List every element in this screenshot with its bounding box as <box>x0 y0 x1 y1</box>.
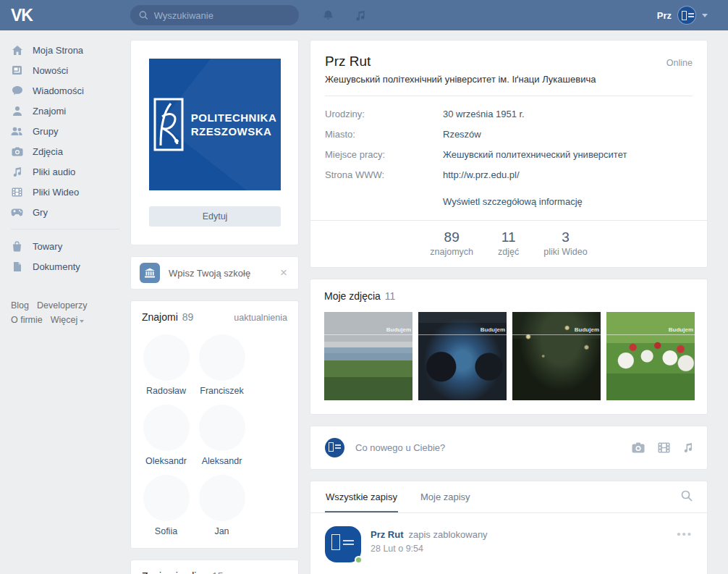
website-link[interactable]: http://w.prz.edu.pl/ <box>443 169 520 180</box>
detail-row-birthday: Urodziny: 30 września 1951 r. <box>325 109 693 119</box>
online-status: Online <box>666 58 693 68</box>
wall-post: Prz Rut zapis zablokowany 28 Lut o 9:54 … <box>310 513 707 574</box>
sidebar-item-video[interactable]: Pliki Wideo <box>11 182 119 202</box>
composer-avatar <box>325 438 344 457</box>
sidebar-item-photos[interactable]: Zdjęcia <box>11 141 119 161</box>
chevron-down-icon <box>702 14 708 17</box>
show-detailed-info-link[interactable]: Wyświetl szczegółową informację <box>443 196 583 207</box>
groups-icon <box>11 126 23 136</box>
photo-thumbnail-university-building[interactable]: Budujem <box>324 312 412 400</box>
sidebar-item-games[interactable]: Gry <box>11 202 119 222</box>
composer-input[interactable]: Co nowego u Ciebie? <box>355 442 632 453</box>
attach-video-icon[interactable] <box>658 442 670 453</box>
my-photos-title[interactable]: Moje zdjęcia <box>324 290 381 302</box>
friend-avatar <box>143 405 190 451</box>
school-building-icon <box>140 263 160 283</box>
post-options-icon[interactable]: ••• <box>677 526 693 562</box>
my-photos-card: Moje zdjęcia 11 Budujem Budujem Budujem … <box>310 279 708 415</box>
friend-item[interactable]: Oleksandr <box>142 405 190 466</box>
friends-card: Znajomi 89 uaktualnienia Radosław Franci… <box>130 300 299 549</box>
market-icon <box>11 241 23 252</box>
profile-subtitle: Жешувський політехнічний університет ім.… <box>325 74 693 85</box>
friends-updates-link[interactable]: uaktualnienia <box>234 313 287 323</box>
profile-left-column: POLITECHNIKA RZESZOWSKA Edytuj Wpisz Two… <box>130 40 299 574</box>
detail-row-city: Miasto: Rzeszów <box>325 129 693 140</box>
sidebar-item-my-page[interactable]: Moja Strona <box>11 40 119 60</box>
attach-photo-icon[interactable] <box>632 442 645 453</box>
profile-avatar-card: POLITECHNIKA RZESZOWSKA Edytuj <box>130 40 299 245</box>
tab-my-posts[interactable]: Moje zapisy <box>420 481 471 512</box>
post-author-avatar[interactable] <box>325 526 361 562</box>
global-search[interactable] <box>130 5 299 25</box>
friend-avatar <box>143 475 190 521</box>
vk-logo[interactable]: VK <box>11 6 130 25</box>
profile-name: Prz Rut <box>325 54 371 69</box>
profile-avatar[interactable]: POLITECHNIKA RZESZOWSKA <box>149 59 281 190</box>
sidebar-item-groups[interactable]: Grupy <box>11 121 119 141</box>
audio-icon <box>11 166 23 177</box>
left-sidebar: Moja Strona Nowości Wiadomości Znajomi G… <box>11 40 119 327</box>
friend-item[interactable]: Franciszek <box>198 334 246 396</box>
sidebar-item-audio[interactable]: Pliki audio <box>11 161 119 182</box>
sidebar-footer: BlogDeveloperzy O firmieWięcej <box>11 298 119 327</box>
school-input-placeholder[interactable]: Wpisz Twoją szkołę <box>169 268 278 279</box>
birthday-value[interactable]: 30 września 1951 r. <box>443 109 525 119</box>
tab-all-posts[interactable]: Wszystkie zapisy <box>325 481 398 512</box>
post-timestamp[interactable]: 28 Lut o 9:54 <box>371 544 488 554</box>
friends-online-title[interactable]: Znajomi online <box>142 570 208 574</box>
sidebar-item-friends[interactable]: Znajomi <box>11 101 119 121</box>
friend-avatar <box>199 405 245 451</box>
footer-link-developers[interactable]: Developerzy <box>37 298 87 313</box>
counter-photos[interactable]: 11 zdjęć <box>498 229 519 257</box>
my-photos-count: 11 <box>385 290 396 302</box>
friend-item[interactable]: Jan <box>198 475 246 536</box>
wall-card: Wszystkie zapisy Moje zapisy Prz Rut zap… <box>310 481 708 574</box>
notifications-bell-icon[interactable] <box>322 9 334 22</box>
music-icon[interactable] <box>355 9 366 22</box>
school-prompt-card: Wpisz Twoją szkołę × <box>130 256 299 290</box>
friend-item[interactable]: Radosław <box>142 334 190 396</box>
sidebar-item-market[interactable]: Towary <box>11 236 119 256</box>
header-user-name: Prz <box>657 10 672 21</box>
friend-item[interactable]: Sofiia <box>142 475 190 536</box>
friend-avatar <box>199 475 245 521</box>
counter-friends[interactable]: 89 znajomych <box>430 229 473 257</box>
attach-audio-icon[interactable] <box>683 442 693 453</box>
search-input[interactable] <box>154 10 290 21</box>
photos-icon <box>11 147 23 156</box>
close-icon[interactable]: × <box>278 266 289 280</box>
photo-thumbnail-night-crowd[interactable]: Budujem <box>512 312 601 400</box>
home-icon <box>11 45 23 56</box>
friends-online-count: 15 <box>212 570 224 574</box>
sidebar-item-messages[interactable]: Wiadomości <box>11 80 119 101</box>
friends-icon <box>11 106 23 117</box>
header-user-menu[interactable]: Prz <box>657 6 708 25</box>
wall-search-icon[interactable] <box>681 490 693 504</box>
counter-videos[interactable]: 3 pliki Wideo <box>543 229 587 257</box>
footer-link-about[interactable]: O firmie <box>11 313 43 327</box>
header-avatar <box>677 6 696 25</box>
top-navigation-bar: VK Prz <box>0 0 728 30</box>
city-value[interactable]: Rzeszów <box>443 129 481 140</box>
edit-profile-button[interactable]: Edytuj <box>149 206 281 227</box>
games-icon <box>11 208 23 216</box>
search-icon <box>139 10 148 20</box>
workplace-value[interactable]: Жешувский политехнический университет <box>443 149 627 160</box>
photo-thumbnail-folk-dancers[interactable]: Budujem <box>606 312 695 400</box>
friends-title[interactable]: Znajomi <box>142 311 178 323</box>
post-blocked-flag: zapis zablokowany <box>409 529 488 540</box>
sidebar-divider <box>11 229 119 229</box>
friend-avatar <box>143 334 190 381</box>
footer-link-blog[interactable]: Blog <box>11 298 29 313</box>
footer-link-more[interactable]: Więcej <box>51 313 85 327</box>
sidebar-item-news[interactable]: Nowości <box>11 60 119 80</box>
messages-icon <box>11 85 23 96</box>
profile-main-column: Prz Rut Online Жешувський політехнічний … <box>310 40 708 574</box>
news-icon <box>11 65 23 75</box>
friend-item[interactable]: Aleksandr <box>198 405 246 466</box>
photo-thumbnail-flight-simulator[interactable]: Budujem <box>418 312 507 400</box>
post-author-name[interactable]: Prz Rut <box>371 529 404 540</box>
profile-info-card: Prz Rut Online Жешувський політехнічний … <box>310 40 708 268</box>
video-icon <box>11 187 23 197</box>
sidebar-item-documents[interactable]: Dokumenty <box>11 256 119 277</box>
